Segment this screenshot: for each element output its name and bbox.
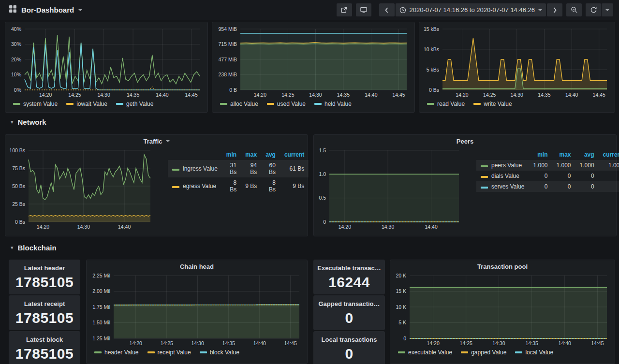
x-axis-tick-label: 14:40 bbox=[365, 92, 377, 98]
legend-column-max[interactable]: max bbox=[241, 149, 261, 160]
y-axis-tick-label: 10% bbox=[11, 72, 21, 77]
refresh-icon bbox=[590, 6, 597, 14]
legend-item-geth[interactable]: geth Value bbox=[116, 101, 154, 107]
legend-column-current[interactable]: current bbox=[599, 149, 619, 160]
y-axis-tick-label: 0% bbox=[14, 87, 21, 93]
x-axis-tick-label: 14:20 bbox=[254, 92, 266, 98]
legend-item-system[interactable]: system Value bbox=[13, 101, 58, 107]
chart-plot[interactable]: 0 Bs25 Bs50 Bs75 Bs100 Bs14:2014:3014:40 bbox=[6, 147, 155, 231]
legend-stat-value: 31 Bs bbox=[222, 160, 241, 177]
legend-item-local[interactable]: local Value bbox=[515, 349, 553, 356]
legend-item-executable[interactable]: executable Value bbox=[398, 349, 452, 356]
dashboard-title[interactable]: Bor-Dashboard bbox=[21, 6, 74, 14]
section-header-network[interactable]: ▾ Network bbox=[11, 118, 46, 126]
panel-stat-local-transactions[interactable]: Local transactions 0 bbox=[313, 331, 385, 364]
legend-item-used[interactable]: used Value bbox=[267, 101, 306, 107]
legend-column-current[interactable]: current bbox=[280, 149, 309, 160]
chart-plot[interactable]: 1.25 Mil1.50 Mil1.75 Mil2.00 Mil2.25 Mil… bbox=[88, 273, 304, 347]
time-range-picker[interactable]: 2020-07-07 14:16:26 to 2020-07-07 14:46:… bbox=[396, 3, 546, 16]
chart-plot[interactable]: 0 B238 MiB477 MiB715 MiB954 MiB14:2014:2… bbox=[213, 26, 412, 99]
time-forward-button[interactable] bbox=[547, 3, 562, 16]
zoom-out-button[interactable] bbox=[566, 3, 582, 16]
series-line-block bbox=[114, 305, 299, 306]
legend-item-header[interactable]: header Value bbox=[94, 349, 139, 356]
legend-label: system Value bbox=[23, 101, 58, 107]
legend-item-ingress[interactable]: ingress Value bbox=[168, 160, 222, 177]
legend-swatch bbox=[515, 351, 522, 353]
legend-item-gapped[interactable]: gapped Value bbox=[461, 349, 506, 356]
legend-item-iowait[interactable]: iowait Value bbox=[66, 101, 107, 107]
legend-column-max[interactable]: max bbox=[552, 149, 575, 160]
legend-item-dials[interactable]: dials Value bbox=[476, 171, 529, 181]
section-header-blockchain[interactable]: ▾ Blockchain bbox=[11, 244, 57, 252]
panel-stat-latest-receipt[interactable]: Latest receipt 1785105 bbox=[9, 295, 80, 330]
legend-item-alloc[interactable]: alloc Value bbox=[220, 101, 258, 107]
stat-value: 1785105 bbox=[15, 310, 74, 326]
legend-row: dials Value0000 bbox=[476, 171, 619, 181]
legend-item-serves[interactable]: serves Value bbox=[476, 181, 529, 192]
legend-item-egress[interactable]: egress Value bbox=[168, 177, 222, 195]
y-axis-tick-label: 15 kBs bbox=[424, 26, 439, 32]
peers-chart[interactable]: 00.51.01.514:2014:3014:40 bbox=[315, 147, 464, 231]
legend-label: iowait Value bbox=[76, 101, 107, 107]
cpu-chart[interactable]: 0%10%20%30%40%14:2014:2514:3014:3514:401… bbox=[6, 26, 205, 99]
stat-value: 16244 bbox=[328, 274, 370, 291]
legend-stat-value: 0 bbox=[575, 181, 599, 192]
stat-title: Latest block bbox=[26, 336, 63, 343]
series-fill bbox=[29, 155, 150, 222]
panel-stat-latest-header[interactable]: Latest header 1785105 bbox=[9, 260, 80, 294]
x-axis-tick-label: 14:25 bbox=[460, 340, 472, 346]
disk-chart[interactable]: 0 Bs5 kBs10 kBs15 kBs14:2014:2514:3014:3… bbox=[420, 26, 612, 99]
panel-title-transaction-pool[interactable]: Transaction pool bbox=[390, 260, 615, 273]
legend-item-receipt[interactable]: receipt Value bbox=[147, 349, 191, 356]
panel-stat-gapped-transactions[interactable]: Gapped transactio… 0 bbox=[313, 295, 385, 330]
chart-plot[interactable]: 0 Bs5 kBs10 kBs15 kBs14:2014:2514:3014:3… bbox=[420, 26, 612, 99]
panel-title-chain-head[interactable]: Chain head bbox=[87, 260, 307, 273]
chart-plot[interactable]: 0%10%20%30%40%14:2014:2514:3014:3514:401… bbox=[6, 26, 205, 99]
panel-title-traffic[interactable]: Traffic bbox=[5, 135, 308, 147]
legend-item-peers[interactable]: peers Value bbox=[476, 160, 529, 171]
legend-item-write[interactable]: write Value bbox=[473, 101, 512, 107]
legend-swatch bbox=[473, 103, 481, 105]
series-fill bbox=[329, 174, 459, 222]
chevron-down-icon bbox=[166, 140, 170, 142]
y-axis-tick-label: 1.50 Mil bbox=[92, 320, 110, 325]
refresh-interval-dropdown[interactable] bbox=[602, 3, 613, 16]
y-axis-tick-label: 50 Bs bbox=[12, 183, 25, 189]
legend-swatch bbox=[314, 103, 322, 105]
top-navbar: Bor-Dashboard 2020-07-07 14:16:26 to 202… bbox=[0, 0, 619, 20]
tv-kiosk-button[interactable] bbox=[356, 3, 371, 16]
chart-plot[interactable]: 00.51.01.514:2014:3014:40 bbox=[315, 147, 464, 231]
memory-chart[interactable]: 0 B238 MiB477 MiB715 MiB954 MiB14:2014:2… bbox=[213, 26, 412, 99]
chevron-down-icon[interactable] bbox=[78, 9, 82, 11]
panel-title-peers[interactable]: Peers bbox=[314, 135, 616, 147]
legend-stat-value: 0 bbox=[552, 181, 575, 192]
x-axis-tick-label: 14:40 bbox=[118, 224, 131, 230]
legend-column-min[interactable]: min bbox=[529, 149, 552, 160]
share-button[interactable] bbox=[337, 3, 352, 16]
panel-stat-executable-transactions[interactable]: Executable transac… 16244 bbox=[313, 260, 385, 294]
panel-stat-latest-block[interactable]: Latest block 1785105 bbox=[9, 331, 80, 364]
legend-column-min[interactable]: min bbox=[222, 149, 241, 160]
chart-plot[interactable]: 05 K10 K15 K20 K14:2014:2514:3014:3514:4… bbox=[391, 273, 612, 347]
chain-head-chart[interactable]: 1.25 Mil1.50 Mil1.75 Mil2.00 Mil2.25 Mil… bbox=[88, 273, 304, 347]
legend-item-block[interactable]: block Value bbox=[200, 349, 239, 356]
traffic-chart[interactable]: 0 Bs25 Bs50 Bs75 Bs100 Bs14:2014:3014:40 bbox=[6, 147, 155, 231]
legend-label: executable Value bbox=[408, 349, 452, 356]
monitor-icon bbox=[360, 6, 368, 14]
time-back-button[interactable] bbox=[379, 3, 395, 16]
stat-title: Local transactions bbox=[322, 336, 377, 343]
legend-row: serves Value0000 bbox=[476, 181, 619, 192]
apps-grid-icon[interactable] bbox=[9, 5, 17, 15]
legend-label: write Value bbox=[484, 101, 512, 107]
legend-column-avg[interactable]: avg bbox=[261, 149, 280, 160]
legend-swatch bbox=[427, 103, 434, 105]
legend-column-avg[interactable]: avg bbox=[575, 149, 599, 160]
transaction-pool-chart[interactable]: 05 K10 K15 K20 K14:2014:2514:3014:3514:4… bbox=[391, 273, 612, 347]
x-axis-tick-label: 14:45 bbox=[593, 92, 605, 98]
y-axis-tick-label: 5 kBs bbox=[427, 67, 439, 73]
legend-item-read[interactable]: read Value bbox=[427, 101, 465, 107]
refresh-button[interactable] bbox=[586, 3, 601, 16]
legend-item-held[interactable]: held Value bbox=[314, 101, 352, 107]
chevron-down-icon: ▾ bbox=[11, 119, 14, 125]
